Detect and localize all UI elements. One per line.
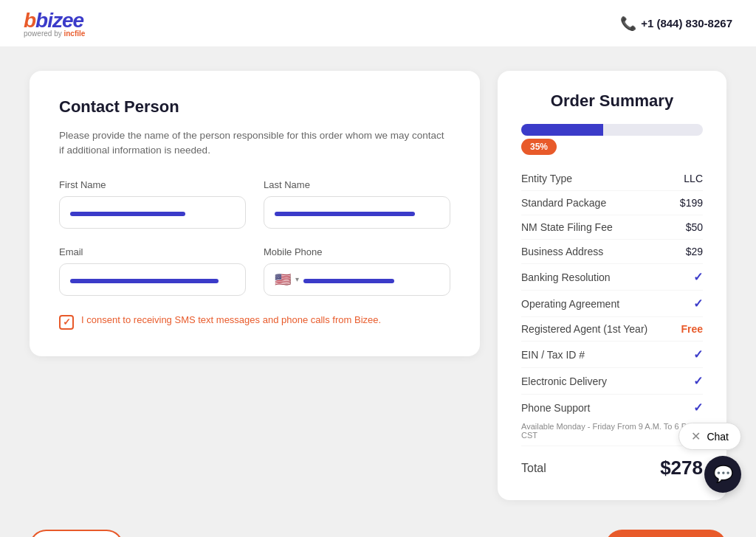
order-item-state-filing: NM State Filing Fee $50 [521,215,703,240]
order-item-entity-type: Entity Type LLC [521,167,703,191]
total-label: Total [521,462,546,475]
chat-label: Chat [707,431,729,443]
footer-buttons: ← Back NEXT [0,524,756,537]
chat-widget: ✕ Chat 💬 [678,423,741,493]
order-items: Entity Type LLC Standard Package $199 NM… [521,167,703,446]
order-item-phone-support: Phone Support ✓ Available Monday - Frida… [521,395,703,446]
first-name-value [70,212,185,216]
first-name-label: First Name [59,179,246,190]
progress-label-row: 35% [521,139,703,155]
last-name-value [275,212,415,216]
contact-row: Email Mobile Phone 🇺🇸 ▾ [59,246,450,296]
order-item-registered-agent: Registered Agent (1st Year) Free [521,317,703,342]
header: bbizee powered by incfile 📞 +1 (844) 830… [0,0,756,47]
check-operating-icon: ✓ [693,297,703,311]
card-description: Please provide the name of the person re… [59,128,450,159]
flag-dropdown-icon[interactable]: ▾ [295,275,299,283]
order-title: Order Summary [521,91,703,111]
phone-group: Mobile Phone 🇺🇸 ▾ [264,246,450,296]
check-ein-icon: ✓ [693,347,703,361]
mobile-phone-label: Mobile Phone [264,246,450,257]
back-button[interactable]: ← Back [30,530,123,537]
phone-value [303,279,394,283]
card-title: Contact Person [59,97,450,117]
sms-checkbox[interactable] [59,315,74,330]
order-item-standard-package: Standard Package $199 [521,191,703,215]
last-name-label: Last Name [264,179,450,190]
chat-button[interactable]: 💬 [704,456,741,493]
mobile-phone-input[interactable]: 🇺🇸 ▾ [264,263,450,296]
order-total: Total $278 [521,457,703,479]
order-item-electronic-delivery: Electronic Delivery ✓ [521,368,703,395]
phone-support-note: Available Monday - Friday From 9 A.M. To… [521,422,703,446]
order-item-banking-resolution: Banking Resolution ✓ [521,264,703,291]
order-item-ein: EIN / Tax ID # ✓ [521,342,703,368]
chat-close-icon[interactable]: ✕ [691,429,701,443]
phone-icon: 📞 [620,15,636,32]
phone-number[interactable]: 📞 +1 (844) 830-8267 [620,15,732,32]
check-phone-icon: ✓ [693,401,703,415]
flag-us-icon: 🇺🇸 [275,271,291,288]
logo-powered: powered by incfile [24,30,85,38]
chat-bubble[interactable]: ✕ Chat [678,423,741,450]
main-content: Contact Person Please provide the name o… [0,47,756,524]
email-label: Email [59,246,246,257]
last-name-input[interactable] [264,196,450,229]
check-delivery-icon: ✓ [693,374,703,388]
logo: bbizee powered by incfile [24,9,85,38]
email-value [70,279,219,283]
first-name-input[interactable] [59,196,246,229]
check-banking-icon: ✓ [693,270,703,284]
sms-consent-text: I consent to receiving SMS text messages… [81,313,381,327]
contact-person-card: Contact Person Please provide the name o… [30,71,480,356]
progress-section: 35% [521,124,703,155]
order-item-business-address: Business Address $29 [521,240,703,264]
first-name-group: First Name [59,179,246,229]
progress-bar-background [521,124,703,136]
email-group: Email [59,246,246,296]
sms-consent: I consent to receiving SMS text messages… [59,313,450,330]
progress-bar-fill [521,124,603,136]
email-input[interactable] [59,263,246,296]
progress-pill: 35% [521,139,557,155]
name-row: First Name Last Name [59,179,450,229]
order-item-operating-agreement: Operating Agreement ✓ [521,291,703,317]
last-name-group: Last Name [264,179,450,229]
chat-icon: 💬 [713,465,733,484]
next-button[interactable]: NEXT [605,530,726,537]
